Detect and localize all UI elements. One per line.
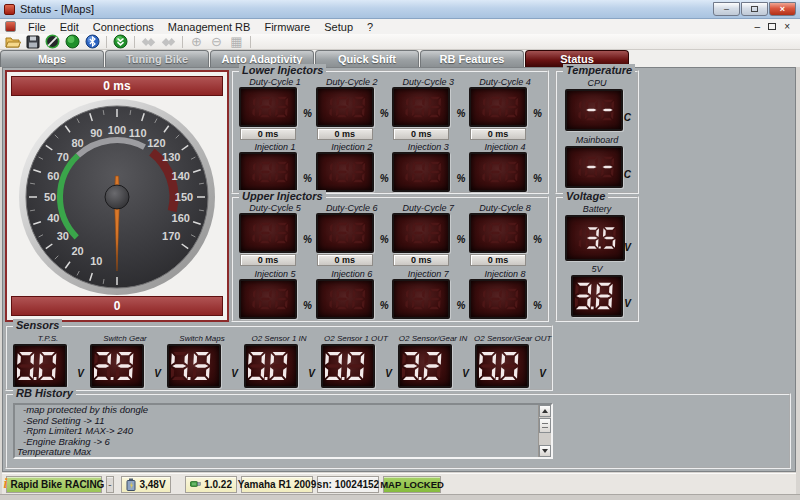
close-button[interactable]: × [769, 2, 796, 16]
seven-segment-display [475, 344, 529, 388]
undo-button[interactable] [140, 34, 157, 49]
update-button[interactable] [112, 34, 129, 49]
menu-edit[interactable]: Edit [53, 20, 86, 34]
toolbar-separator [134, 36, 135, 48]
display-label: Duty-Cycle 4 [468, 77, 542, 87]
seven-segment-display [469, 87, 527, 127]
statusbar: i Rapid Bike RACING - 3,48V 1.0.22 Yamah… [2, 473, 796, 494]
group-title: RB History [13, 387, 76, 399]
menu-connections[interactable]: Connections [86, 20, 161, 34]
toolbar-separator [250, 36, 251, 48]
unit-label: % [380, 300, 389, 311]
seven-segment-display [469, 279, 527, 319]
seven-segment-display [565, 89, 623, 131]
disconnect-icon [45, 34, 60, 49]
history-scrollbar[interactable] [538, 405, 551, 457]
save-button[interactable] [24, 34, 41, 49]
window-bottom-edge [0, 494, 800, 500]
gauge-footer-value: 0 [11, 296, 223, 316]
svg-text:120: 120 [147, 137, 165, 149]
unit-label: V [462, 368, 469, 379]
seven-segment-display [469, 213, 527, 253]
status-splitter[interactable]: - [106, 476, 114, 493]
display-label: Switch Gear [89, 334, 161, 344]
unit-label: % [456, 234, 465, 245]
unit-label: C [624, 169, 631, 180]
seven-segment-display [13, 344, 67, 388]
svg-text:60: 60 [47, 170, 59, 182]
open-folder-button[interactable] [4, 34, 21, 49]
seven-segment-display [398, 344, 452, 388]
ms-readout: 0 ms [470, 128, 526, 140]
seven-segment-display [316, 279, 374, 319]
svg-text:50: 50 [44, 191, 56, 203]
tab-maps[interactable]: Maps [0, 50, 104, 67]
duty-cycle-4-display: Duty-Cycle 4 % 0 ms [468, 77, 542, 140]
zoom-out-button[interactable]: ⊖ [208, 34, 225, 49]
display-label: Injection 6 [315, 269, 389, 279]
injection-1-display: Injection 1 % [238, 142, 312, 192]
unit-label: V [624, 242, 631, 253]
seven-segment-display [239, 152, 297, 192]
status-page: 0 ms 10203040506070809010011012013014015… [2, 67, 796, 472]
seven-segment-display [469, 152, 527, 192]
menu-file[interactable]: File [21, 20, 53, 34]
scroll-up-button[interactable] [539, 405, 551, 417]
injection-4-display: Injection 4 % [468, 142, 542, 192]
grid-button[interactable]: ▦ [228, 34, 245, 49]
display-label: Duty-Cycle 1 [238, 77, 312, 87]
menu-help[interactable]: ? [360, 20, 380, 34]
duty-cycle-2-display: Duty-Cycle 2 % 0 ms [315, 77, 389, 140]
display-label: Duty-Cycle 5 [238, 203, 312, 213]
display-label: Duty-Cycle 2 [315, 77, 389, 87]
unit-label: % [456, 108, 465, 119]
scrollbar-thumb[interactable] [539, 418, 551, 433]
zoom-in-button[interactable]: ⊕ [188, 34, 205, 49]
o2-sensor-1-in-display: O2 Sensor 1 IN V [243, 334, 315, 388]
ms-readout: 0 ms [317, 254, 373, 266]
arrow-down-icon [542, 449, 548, 453]
ms-readout: 0 ms [317, 128, 373, 140]
display-label: Injection 7 [391, 269, 465, 279]
injection-2-display: Injection 2 % [315, 142, 389, 192]
tab-tuning-bike[interactable]: Tuning Bike [105, 50, 209, 67]
redo-icon [161, 35, 176, 49]
redo-button[interactable] [160, 34, 177, 49]
seven-segment-display [239, 213, 297, 253]
unit-label: % [533, 108, 542, 119]
rb-history-list[interactable]: -map protected by this dongle -Send Sett… [13, 403, 553, 459]
mdi-close-button[interactable]: × [784, 21, 790, 32]
unit-label: V [308, 368, 315, 379]
o2-sensor-gear-in-display: O2 Sensor/Gear IN V [397, 334, 469, 388]
maximize-button[interactable] [741, 2, 768, 16]
unit-label: V [385, 368, 392, 379]
unit-label: % [303, 173, 312, 184]
disconnect-button[interactable] [44, 34, 61, 49]
duty-cycle-5-display: Duty-Cycle 5 % 0 ms [238, 203, 312, 266]
unit-label: % [303, 300, 312, 311]
menu-management-rb[interactable]: Management RB [161, 20, 258, 34]
ms-readout: 0 ms [393, 254, 449, 266]
unit-label: V [231, 368, 238, 379]
menu-firmware[interactable]: Firmware [257, 20, 317, 34]
mdi-restore-button[interactable] [768, 23, 776, 30]
display-label: Injection 1 [238, 142, 312, 152]
bluetooth-button[interactable] [84, 34, 101, 49]
switch-gear-display: Switch Gear V [89, 334, 161, 388]
mdi-minimize-button[interactable]: – [755, 21, 761, 32]
scroll-down-button[interactable] [539, 445, 551, 457]
titlebar: Status - [Maps] – × [0, 0, 800, 19]
menu-setup[interactable]: Setup [317, 20, 360, 34]
svg-text:160: 160 [172, 212, 190, 224]
connect-button[interactable] [64, 34, 81, 49]
display-label: Mainboard [563, 135, 631, 146]
minimize-button[interactable]: – [713, 2, 740, 16]
tab-rb-features[interactable]: RB Features [420, 50, 524, 67]
svg-text:110: 110 [129, 127, 147, 139]
toolbar-separator [106, 36, 107, 48]
battery-voltage-display: Battery V [563, 204, 631, 261]
display-label: CPU [563, 78, 631, 89]
seven-segment-display [239, 279, 297, 319]
tab-quick-shift[interactable]: Quick Shift [315, 50, 419, 67]
svg-text:40: 40 [47, 212, 59, 224]
